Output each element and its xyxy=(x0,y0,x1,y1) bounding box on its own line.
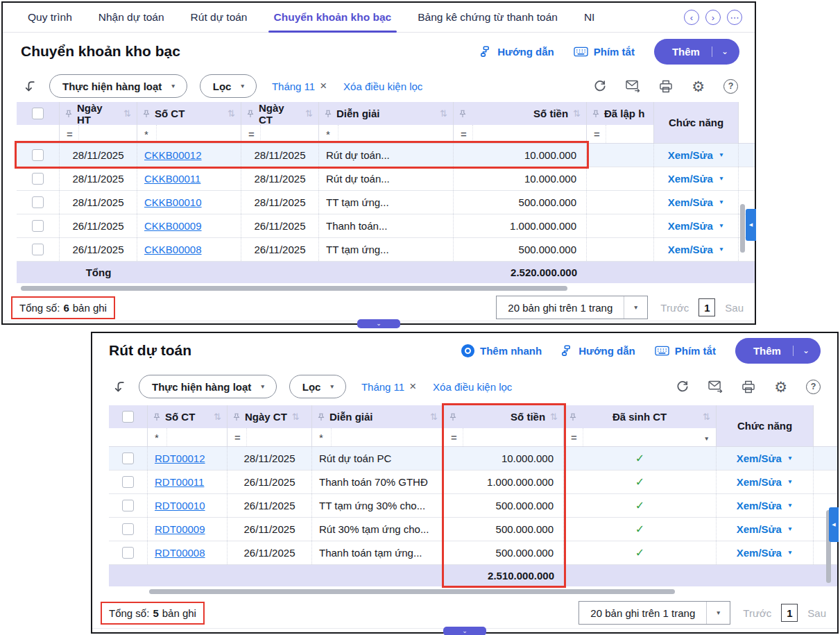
view-edit-button[interactable]: Xem/Sửa▼ xyxy=(668,196,724,208)
filter-input[interactable] xyxy=(331,428,443,446)
select-all-checkbox[interactable] xyxy=(122,411,134,423)
pin-icon[interactable] xyxy=(247,110,254,118)
filter-cell[interactable]: * xyxy=(319,125,453,143)
mail-send-icon[interactable] xyxy=(708,380,723,393)
row-checkbox[interactable] xyxy=(122,547,134,559)
guide-link[interactable]: Hướng dẫn xyxy=(480,46,554,58)
pin-icon[interactable] xyxy=(449,413,456,421)
row-checkbox[interactable] xyxy=(32,173,44,185)
column-header-so-ct[interactable]: Số CT ⇅ xyxy=(137,102,241,125)
view-edit-button[interactable]: Xem/Sửa▼ xyxy=(668,244,724,255)
column-header-ngay-ct[interactable]: Ngày CT ⇅ xyxy=(228,405,311,428)
clear-filters-link[interactable]: Xóa điều kiện lọc xyxy=(343,81,422,92)
filter-operator[interactable]: * xyxy=(144,128,156,140)
filter-cell[interactable]: = xyxy=(241,125,318,143)
document-link[interactable]: CKKB00009 xyxy=(144,220,202,232)
table-row[interactable]: RDT00009 26/11/2025 Rút 30% tạm ứng cho.… xyxy=(109,518,837,541)
current-page[interactable]: 1 xyxy=(698,298,715,316)
table-row[interactable]: RDT00010 26/11/2025 TT tạm ứng 30% cho..… xyxy=(109,494,837,518)
collapse-panel-button[interactable]: ⌄ xyxy=(357,319,400,328)
tab-quy-trinh[interactable]: Quy trình xyxy=(28,3,72,32)
prev-page-button[interactable]: Trước xyxy=(743,607,771,619)
sort-icon[interactable]: ⇅ xyxy=(214,412,221,422)
add-button[interactable]: Thêm ⌄ xyxy=(654,39,739,65)
filter-dropdown[interactable]: Lọc ▼ xyxy=(289,375,346,398)
filter-input[interactable] xyxy=(156,125,241,143)
close-icon[interactable]: × xyxy=(320,79,327,93)
pin-icon[interactable] xyxy=(143,110,150,118)
horizontal-scrollbar[interactable] xyxy=(109,589,837,598)
scrollbar-thumb[interactable] xyxy=(21,286,567,291)
tab-nhan-du-toan[interactable]: Nhận dự toán xyxy=(98,3,164,32)
scrollbar-thumb[interactable] xyxy=(149,589,675,594)
gear-icon[interactable]: ⚙ xyxy=(692,79,705,94)
filter-operator[interactable]: = xyxy=(234,432,246,443)
batch-actions-dropdown[interactable]: Thực hiện hàng loạt ▼ xyxy=(139,375,277,398)
row-checkbox[interactable] xyxy=(32,244,44,255)
sort-icon[interactable]: ⇅ xyxy=(228,108,235,119)
document-link[interactable]: RDT00009 xyxy=(155,523,205,535)
filter-input[interactable] xyxy=(246,428,311,446)
horizontal-scrollbar[interactable] xyxy=(17,286,755,294)
batch-actions-dropdown[interactable]: Thực hiện hàng loạt ▼ xyxy=(49,74,187,98)
filter-cell[interactable]: = xyxy=(60,125,137,143)
view-edit-button[interactable]: Xem/Sửa▼ xyxy=(737,476,793,488)
column-header-da-lap[interactable]: Đã lập h xyxy=(587,102,653,125)
expand-down-icon[interactable] xyxy=(24,80,37,93)
tabs-prev-button[interactable]: ‹ xyxy=(684,10,699,25)
expand-down-icon[interactable] xyxy=(113,380,126,393)
mail-send-icon[interactable] xyxy=(626,80,640,92)
filter-cell[interactable]: = xyxy=(444,428,563,446)
filter-chip-month[interactable]: Tháng 11 × xyxy=(361,380,416,393)
clear-filters-link[interactable]: Xóa điều kiện lọc xyxy=(433,381,512,393)
document-link[interactable]: CKKB00011 xyxy=(144,173,200,185)
add-button[interactable]: Thêm ⌄ xyxy=(735,338,821,364)
row-checkbox[interactable] xyxy=(32,196,44,208)
column-header-dien-giai[interactable]: Diễn giải ⇅ xyxy=(312,405,443,428)
pin-icon[interactable] xyxy=(459,110,466,118)
filter-operator[interactable]: = xyxy=(248,128,260,140)
tabs-next-button[interactable]: › xyxy=(705,10,721,25)
sort-icon[interactable]: ⇅ xyxy=(440,108,447,119)
sort-icon[interactable]: ⇅ xyxy=(573,108,581,119)
print-icon[interactable] xyxy=(742,380,755,393)
row-checkbox[interactable] xyxy=(32,149,44,161)
table-row[interactable]: RDT00011 26/11/2025 Thanh toán 70% GTHĐ … xyxy=(109,471,837,494)
filter-input[interactable] xyxy=(78,125,137,143)
table-row[interactable]: RDT00008 26/11/2025 Thanh toán tạm ứng..… xyxy=(109,541,837,565)
filter-cell[interactable]: * xyxy=(148,428,227,446)
view-edit-button[interactable]: Xem/Sửa▼ xyxy=(668,173,724,185)
filter-input[interactable] xyxy=(606,125,653,143)
sort-icon[interactable]: ⇅ xyxy=(430,412,438,422)
pin-icon[interactable] xyxy=(592,110,599,118)
close-icon[interactable]: × xyxy=(409,380,416,393)
chevron-down-icon[interactable]: ⌄ xyxy=(721,47,728,56)
filter-operator[interactable]: = xyxy=(67,128,78,140)
filter-caret-icon[interactable]: ▼ xyxy=(704,435,710,442)
filter-cell[interactable]: = xyxy=(454,125,586,143)
chevron-down-icon[interactable]: ⌄ xyxy=(803,346,809,355)
prev-page-button[interactable]: Trước xyxy=(660,302,689,314)
sort-icon[interactable]: ⇅ xyxy=(292,412,300,422)
gear-icon[interactable]: ⚙ xyxy=(774,380,787,394)
refresh-icon[interactable] xyxy=(593,79,607,93)
column-header-ngay-ht[interactable]: Ngày HT ⇅ xyxy=(60,102,137,125)
filter-dropdown[interactable]: Lọc ▼ xyxy=(200,74,257,98)
filter-input[interactable] xyxy=(463,428,563,446)
side-panel-toggle[interactable]: ◀ xyxy=(829,507,839,542)
sort-icon[interactable]: ⇅ xyxy=(550,412,558,422)
view-edit-button[interactable]: Xem/Sửa▼ xyxy=(737,547,793,559)
table-row[interactable]: 26/11/2025 CKKB00009 26/11/2025 Thanh to… xyxy=(17,214,755,238)
document-link[interactable]: RDT00011 xyxy=(155,476,204,488)
view-edit-button[interactable]: Xem/Sửa▼ xyxy=(668,220,724,232)
row-checkbox[interactable] xyxy=(122,500,134,511)
filter-operator[interactable]: = xyxy=(461,128,472,140)
shortcut-link[interactable]: Phím tắt xyxy=(574,46,635,58)
current-page[interactable]: 1 xyxy=(781,604,798,622)
tab-chuyen-khoan-kho-bac[interactable]: Chuyển khoản kho bạc xyxy=(274,3,392,32)
help-icon[interactable]: ? xyxy=(723,79,738,94)
next-page-button[interactable]: Sau xyxy=(725,302,744,314)
view-edit-button[interactable]: Xem/Sửa▼ xyxy=(737,523,793,535)
tabs-more-button[interactable]: ⋯ xyxy=(727,10,742,25)
guide-link[interactable]: Hướng dẫn xyxy=(561,345,635,357)
